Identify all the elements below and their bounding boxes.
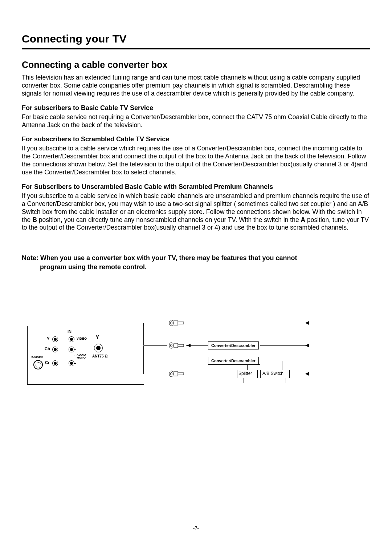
section-subtitle: Connecting a cable converter box	[22, 60, 370, 70]
svg-point-2	[169, 343, 173, 348]
tv-label-cr: Cr	[45, 360, 49, 365]
wire	[186, 323, 309, 323]
wire	[286, 378, 286, 383]
wire	[260, 361, 282, 361]
wire	[186, 374, 237, 374]
svg-point-3	[171, 344, 172, 347]
abswitch-label: A/B Switch	[262, 371, 283, 376]
abswitch-outline	[260, 370, 261, 378]
manual-page: Connecting your TV Connecting a cable co…	[0, 0, 392, 554]
wire	[143, 345, 167, 346]
tv-label-audio: AUDIO MONO	[77, 353, 86, 359]
body-scrambled: If you subscribe to a cable service whic…	[22, 145, 370, 177]
converter-box-1: Converter/Descrambler	[208, 341, 259, 349]
coax-plug-icon	[169, 320, 186, 326]
abswitch-outline	[260, 378, 289, 378]
note-line2: program using the remote control.	[22, 263, 370, 271]
splitter-outline	[237, 370, 257, 370]
jack-audio2	[69, 360, 74, 366]
connection-diagram: IN Y Cb Cr VIDEO AUDIO MONO S-VIDEO ANT7…	[27, 320, 354, 411]
wire	[143, 323, 144, 345]
audio-bracket2	[76, 349, 76, 363]
arrow-icon	[305, 344, 309, 347]
note-text: Note: When you use a converter box with …	[22, 254, 370, 271]
svg-point-1	[171, 322, 172, 324]
converter-box-2: Converter/Descrambler	[208, 357, 259, 365]
tv-label-svideo: S-VIDEO	[31, 356, 43, 359]
wire	[282, 361, 282, 370]
jack-y	[52, 336, 58, 342]
wire	[247, 364, 248, 370]
tv-label-cb: Cb	[45, 347, 50, 351]
jack-video	[69, 336, 74, 342]
body-unscrambled: If you subscribe to a cable service in w…	[22, 192, 370, 232]
page-number: -7-	[0, 525, 392, 531]
splitter-outline	[257, 370, 258, 378]
body-basic: For basic cable service not requiring a …	[22, 113, 370, 129]
note-line1: Note: When you use a converter box with …	[22, 254, 370, 262]
coax-plug-icon	[169, 342, 186, 349]
wire	[247, 364, 260, 365]
tv-label-y: Y	[47, 336, 49, 341]
intro-paragraph: This television has an extended tuning r…	[22, 74, 370, 98]
wire	[244, 383, 286, 383]
tv-back-panel: IN Y Cb Cr VIDEO AUDIO MONO S-VIDEO ANT7…	[27, 326, 144, 385]
jack-cr	[52, 360, 58, 366]
heading-unscrambled: For Subscribers to Unscrambled Basic Cab…	[22, 183, 370, 191]
wire	[143, 374, 167, 374]
jack-ant75	[94, 344, 103, 352]
heading-scrambled: For subscribers to Scrambled Cable TV Se…	[22, 136, 370, 143]
wire	[103, 345, 143, 345]
arrow-icon	[305, 321, 309, 325]
svg-point-0	[169, 320, 173, 326]
audio-bracket4	[74, 363, 76, 364]
heading-basic: For subscribers to Basic Cable TV Servic…	[22, 104, 370, 112]
arrow-icon	[187, 344, 191, 347]
tv-label-video: VIDEO	[77, 337, 87, 340]
wire	[244, 378, 244, 383]
tv-label-in: IN	[68, 329, 72, 333]
svg-point-5	[171, 373, 172, 375]
jack-audio1	[69, 347, 74, 352]
splitter-outline	[237, 370, 237, 378]
antenna-icon: Y	[95, 334, 99, 341]
tv-label-ant: ANT75 Ω	[92, 354, 107, 358]
wire	[260, 345, 309, 346]
svg-point-4	[169, 371, 173, 377]
bold-a: A	[301, 216, 306, 223]
coax-plug-icon	[169, 371, 186, 377]
bold-b: B	[32, 216, 37, 223]
jack-cb	[52, 347, 58, 352]
splitter-outline	[237, 378, 257, 378]
audio-bracket3	[74, 349, 76, 350]
wire	[143, 345, 144, 374]
wire	[143, 323, 167, 323]
arrow-icon	[305, 372, 309, 376]
page-title: Connecting your TV	[22, 33, 370, 45]
title-rule	[22, 48, 370, 49]
jack-svideo	[33, 360, 43, 369]
abswitch-outline	[260, 370, 289, 370]
body-unscrambled-mid: position, you can directly tune any nons…	[37, 216, 301, 223]
splitter-label: Splitter	[238, 371, 252, 376]
